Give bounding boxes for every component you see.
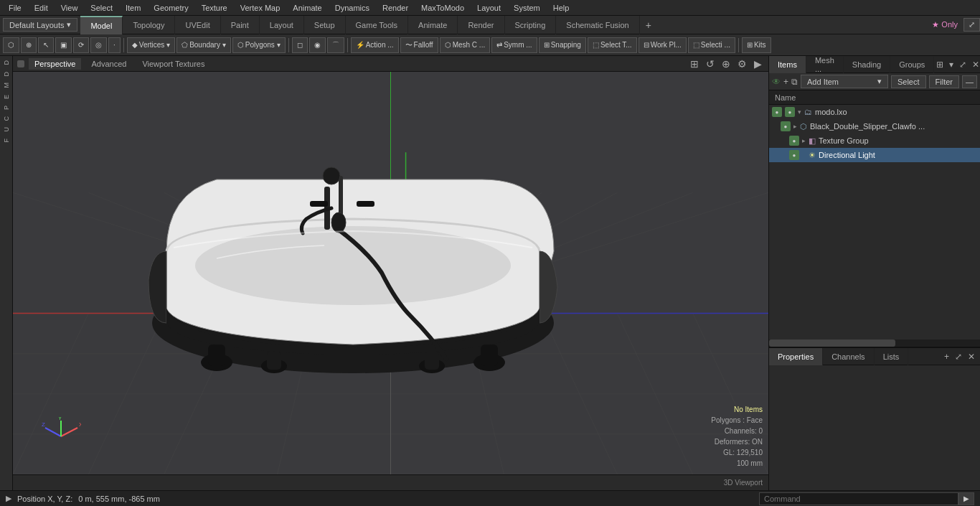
tb-symm-btn[interactable]: ⇄ Symm ... xyxy=(491,37,537,53)
tb-select-btn[interactable]: ▣ xyxy=(55,37,72,53)
layout-add-tab[interactable]: + xyxy=(640,18,657,32)
tb-lasso-btn[interactable]: ⌒ xyxy=(327,37,344,53)
items-scrollbar[interactable] xyxy=(769,339,980,347)
select-button[interactable]: Select xyxy=(891,75,926,88)
tb-rotate-btn[interactable]: ⟳ xyxy=(73,37,89,53)
tb-cross-btn[interactable]: ⊕ xyxy=(21,37,37,53)
filter-button[interactable]: Filter xyxy=(929,75,959,88)
left-tab-e[interactable]: E xyxy=(1,92,11,102)
tb-workpl-btn[interactable]: ⊟ Work Pl... xyxy=(639,37,687,53)
props-close-icon[interactable]: ✕ xyxy=(966,352,977,362)
tab-model[interactable]: Model xyxy=(80,16,123,34)
viewport-tab-perspective[interactable]: Perspective xyxy=(29,58,81,70)
vp-maximize-icon[interactable]: ⊞ xyxy=(688,58,701,70)
vp-play-icon[interactable]: ▶ xyxy=(752,58,764,70)
tb-rect-btn[interactable]: ◻ xyxy=(292,37,308,53)
tb-arrow-btn[interactable]: ↖ xyxy=(38,37,54,53)
menu-item-view[interactable]: View xyxy=(55,2,84,14)
eye-icon-mesh[interactable]: ● xyxy=(781,121,791,131)
tb-selecti-btn[interactable]: ⬚ Selecti ... xyxy=(688,37,735,53)
tb-dot-btn[interactable]: · xyxy=(108,37,121,53)
vp-settings-icon[interactable]: ⚙ xyxy=(735,58,749,70)
list-item-mesh[interactable]: ● ▸ ⬡ Black_Double_Slipper_Clawfo ... xyxy=(769,119,980,133)
tab-shading[interactable]: Shading xyxy=(844,56,890,73)
tb-polygons-btn[interactable]: ⬡ Polygons ▾ xyxy=(232,37,286,53)
only-button[interactable]: ★ Only xyxy=(926,19,963,31)
left-tab-m[interactable]: M xyxy=(1,80,11,91)
tb-action-btn[interactable]: ⚡ Action ... xyxy=(351,37,399,53)
tab-schematic[interactable]: Schematic Fusion xyxy=(556,16,639,34)
list-item-texture[interactable]: ● ▸ ◧ Texture Group xyxy=(769,133,980,148)
eye-icon-root[interactable]: ● xyxy=(772,107,782,117)
tab-animate[interactable]: Animate xyxy=(408,16,458,34)
tab-gametools[interactable]: Game Tools xyxy=(346,16,409,34)
items-minus-btn[interactable]: — xyxy=(962,75,977,88)
menu-item-geometry[interactable]: Geometry xyxy=(148,2,194,14)
left-tab-f[interactable]: F xyxy=(1,136,11,146)
tab-lists[interactable]: Lists xyxy=(875,348,909,365)
vp-fit-icon[interactable]: ⊕ xyxy=(720,58,732,70)
tab-properties[interactable]: Properties xyxy=(769,348,823,365)
menu-item-item[interactable]: Item xyxy=(120,2,146,14)
add-item-button[interactable]: Add Item ▾ xyxy=(801,75,888,88)
tb-snapping-btn[interactable]: ⊞ Snapping xyxy=(539,37,586,53)
vp-refresh-icon[interactable]: ↺ xyxy=(704,58,717,70)
layout-dropdown[interactable]: Default Layouts ▾ xyxy=(3,18,77,32)
tab-topology[interactable]: Topology xyxy=(123,16,175,34)
left-tab-d1[interactable]: D xyxy=(1,57,11,68)
tb-selectt-btn[interactable]: ⬚ Select T... xyxy=(588,37,637,53)
eye-icon-texture[interactable]: ● xyxy=(789,136,799,146)
menu-item-file[interactable]: File xyxy=(3,2,27,14)
viewport-tab-textures[interactable]: Viewport Textures xyxy=(136,58,210,70)
menu-item-render[interactable]: Render xyxy=(377,2,414,14)
tab-groups[interactable]: Groups xyxy=(890,56,934,73)
tb-mesh-btn[interactable]: ⬡ Mesh C ... xyxy=(440,37,491,53)
rtab-close-icon[interactable]: ✕ xyxy=(970,60,980,70)
left-tab-p[interactable]: P xyxy=(1,103,11,113)
menu-item-edit[interactable]: Edit xyxy=(29,2,54,14)
left-tab-u[interactable]: U xyxy=(1,124,11,135)
menu-item-system[interactable]: System xyxy=(508,2,546,14)
command-go-button[interactable]: ▶ xyxy=(958,492,974,505)
tab-mesh[interactable]: Mesh ... xyxy=(806,56,844,73)
left-tab-c[interactable]: C xyxy=(1,113,11,124)
menu-item-help[interactable]: Help xyxy=(547,2,575,14)
tb-circle2-btn[interactable]: ◉ xyxy=(309,37,326,53)
list-item-light[interactable]: ● ▸ ☀ Directional Light xyxy=(769,148,980,162)
viewport-3d[interactable]: No Items Polygons : Face Channels: 0 Def… xyxy=(13,72,768,474)
menu-item-maxtomodo[interactable]: MaxToModo xyxy=(415,2,470,14)
tab-layout[interactable]: Layout xyxy=(260,16,304,34)
tb-boundary-btn[interactable]: ⬠ Boundary ▾ xyxy=(176,37,231,53)
tab-items[interactable]: Items xyxy=(769,56,806,73)
left-tab-d2[interactable]: D xyxy=(1,69,11,80)
eye-icon-root2[interactable]: ● xyxy=(785,107,795,117)
tb-hex-btn[interactable]: ⬡ xyxy=(3,37,19,53)
menu-item-select[interactable]: Select xyxy=(85,2,118,14)
tab-paint[interactable]: Paint xyxy=(221,16,260,34)
menu-item-vertexmap[interactable]: Vertex Map xyxy=(235,2,286,14)
menu-item-animate[interactable]: Animate xyxy=(287,2,327,14)
rtab-maximize-icon[interactable]: ⤢ xyxy=(957,60,969,70)
list-item-root[interactable]: ● ● ▾ 🗂 modo.lxo xyxy=(769,105,980,119)
command-input[interactable] xyxy=(759,492,958,505)
tab-render[interactable]: Render xyxy=(458,16,504,34)
eye-icon-light[interactable]: ● xyxy=(789,150,799,160)
props-plus-icon[interactable]: + xyxy=(942,352,951,362)
items-copy-icon[interactable]: ⧉ xyxy=(791,77,798,87)
menu-item-texture[interactable]: Texture xyxy=(196,2,233,14)
items-add-icon[interactable]: + xyxy=(783,77,788,87)
tab-scripting[interactable]: Scripting xyxy=(505,16,557,34)
tb-vertices-btn[interactable]: ◆ Vertices ▾ xyxy=(127,37,175,53)
tab-setup[interactable]: Setup xyxy=(304,16,346,34)
rtab-chevron-icon[interactable]: ▾ xyxy=(947,60,956,70)
rtab-grid-icon[interactable]: ⊞ xyxy=(934,60,946,70)
tab-channels[interactable]: Channels xyxy=(823,348,874,365)
menu-item-layout[interactable]: Layout xyxy=(471,2,507,14)
tb-falloff-btn[interactable]: 〜 Falloff xyxy=(400,37,438,53)
tb-circle-btn[interactable]: ◎ xyxy=(90,37,107,53)
menu-item-dynamics[interactable]: Dynamics xyxy=(329,2,375,14)
props-maximize-icon[interactable]: ⤢ xyxy=(953,352,964,362)
tab-uvedit[interactable]: UVEdit xyxy=(175,16,220,34)
tb-kits-btn[interactable]: ⊞ Kits xyxy=(742,37,771,53)
viewport[interactable]: Perspective Advanced Viewport Textures ⊞… xyxy=(13,56,768,490)
